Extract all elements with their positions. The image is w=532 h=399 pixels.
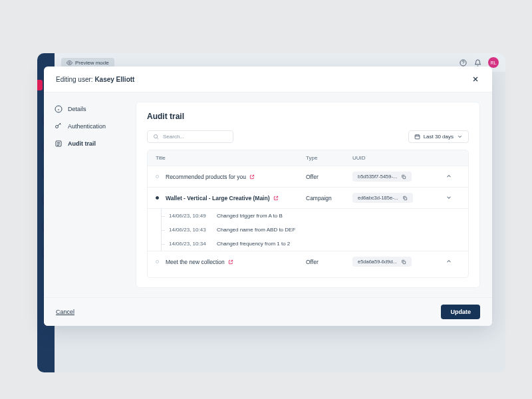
nav-label: Authentication (68, 123, 106, 130)
uuid-pill[interactable]: ed6abc3d-185e-... (352, 193, 413, 203)
key-icon (55, 122, 63, 130)
col-uuid: UUID (352, 155, 446, 161)
panel-controls: Search... Last 30 days (147, 130, 469, 143)
svg-point-3 (56, 126, 59, 128)
copy-icon (402, 196, 408, 201)
search-icon (153, 134, 159, 140)
nav-authentication[interactable]: Authentication (51, 119, 124, 134)
table-row[interactable]: Meet the new collection Offer e5da6a59-6… (148, 251, 468, 272)
bell-icon[interactable] (473, 59, 481, 66)
external-link-icon[interactable] (228, 259, 233, 265)
brand-mark (37, 80, 43, 90)
modal-body: Details Authentication Audit trail Audit… (44, 92, 492, 297)
modal-side-nav: Details Authentication Audit trail (44, 92, 130, 297)
date-filter-label: Last 30 days (424, 134, 454, 140)
change-time: 14/06/23, 10:49 (169, 213, 217, 219)
status-dot (156, 260, 159, 263)
status-dot (156, 196, 159, 200)
nav-label: Details (68, 106, 86, 112)
close-icon[interactable] (471, 74, 480, 84)
row-type: Offer (306, 174, 352, 180)
change-desc: Changed frequency from 1 to 2 (217, 241, 290, 247)
row-title: Meet the new collection (166, 259, 225, 265)
nav-audit-trail[interactable]: Audit trail (51, 136, 124, 151)
audit-panel: Audit trail Search... Last 30 days Title (136, 102, 480, 288)
svg-rect-9 (403, 261, 406, 264)
table-row[interactable]: Wallet - Vertical - Large Creative (Main… (148, 187, 468, 208)
external-link-icon[interactable] (273, 196, 279, 201)
col-type: Type (306, 155, 352, 161)
change-history: 14/06/23, 10:49 Changed trigger from A t… (148, 208, 468, 251)
info-icon (55, 105, 63, 113)
table-row[interactable]: Recommended products for you Offer b5d53… (148, 166, 468, 187)
eye-icon (66, 60, 72, 66)
search-input[interactable]: Search... (147, 130, 233, 143)
preview-label: Preview mode (75, 60, 109, 66)
calendar-icon (414, 134, 420, 140)
chevron-down-icon (457, 134, 463, 140)
list-icon (55, 140, 63, 148)
row-title: Wallet - Vertical - Large Creative (Main… (166, 195, 270, 201)
svg-point-5 (154, 135, 158, 138)
col-title: Title (156, 155, 306, 161)
update-button[interactable]: Update (441, 305, 480, 319)
copy-icon (401, 259, 406, 265)
row-type: Offer (306, 259, 352, 265)
svg-rect-8 (404, 198, 407, 200)
edit-user-modal: Editing user: Kasey Elliott Details Auth… (44, 66, 492, 326)
date-range-filter[interactable]: Last 30 days (408, 130, 469, 143)
panel-title: Audit trail (147, 112, 469, 121)
row-type: Campaign (306, 195, 352, 201)
change-desc: Changed trigger from A to B (217, 213, 283, 219)
modal-header: Editing user: Kasey Elliott (44, 66, 492, 92)
external-link-icon[interactable] (249, 174, 255, 180)
change-entry: 14/06/23, 10:34 Changed frequency from 1… (148, 237, 468, 251)
status-dot (156, 175, 159, 178)
audit-table: Title Type UUID Recommended products for… (147, 150, 469, 278)
cancel-button[interactable]: Cancel (56, 309, 74, 315)
uuid-pill[interactable]: b5d535f7-5459-... (352, 172, 412, 182)
change-entry: 14/06/23, 10:49 Changed trigger from A t… (148, 209, 468, 223)
change-entry: 14/06/23, 10:43 Changed name from ABD to… (148, 223, 468, 237)
row-title: Recommended products for you (166, 174, 246, 180)
modal-title: Editing user: Kasey Elliott (56, 76, 134, 83)
chevron-up-icon[interactable] (446, 258, 452, 265)
chevron-down-icon[interactable] (446, 194, 452, 201)
svg-rect-6 (415, 135, 420, 139)
chevron-up-icon[interactable] (446, 173, 452, 180)
change-desc: Changed name from ABD to DEF (217, 227, 295, 233)
nav-details[interactable]: Details (51, 102, 124, 116)
search-placeholder: Search... (163, 134, 184, 140)
svg-point-0 (68, 62, 70, 63)
change-time: 14/06/23, 10:34 (169, 241, 217, 247)
modal-footer: Cancel Update (44, 297, 492, 326)
change-time: 14/06/23, 10:43 (169, 227, 217, 233)
table-header: Title Type UUID (148, 150, 468, 166)
uuid-pill[interactable]: e5da6a59-6d9d... (352, 257, 412, 267)
copy-icon (401, 174, 406, 180)
help-icon[interactable] (459, 59, 467, 66)
svg-rect-7 (403, 176, 406, 179)
content-area: Audit trail Search... Last 30 days Title (130, 92, 492, 297)
nav-label: Audit trail (68, 140, 96, 147)
